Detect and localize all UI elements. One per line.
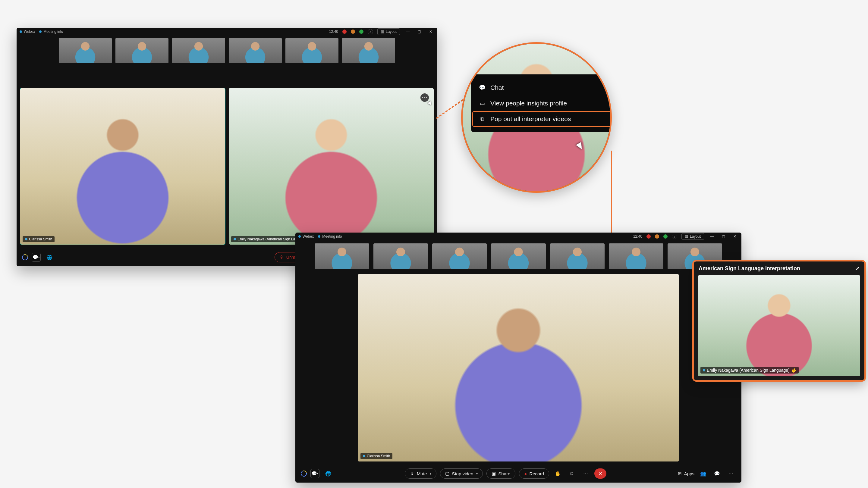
- layout-button[interactable]: ▦ Layout: [681, 233, 704, 240]
- ai-assistant-icon[interactable]: [300, 469, 308, 478]
- video-tile-clarissa-main[interactable]: Clarissa Smith: [358, 274, 679, 461]
- search-icon[interactable]: ⌕: [368, 29, 373, 34]
- more-options-button-zoom[interactable]: ● ● ●: [589, 56, 600, 68]
- title-bar: Webex Meeting info 12:40 ⌕ ▦ Layout — ▢ …: [17, 28, 437, 36]
- zoom-detail-circle: ● ● ● 💬 Chat ▭ View people insights prof…: [461, 42, 612, 193]
- panel-chat-button[interactable]: 💬: [712, 468, 722, 479]
- window-minimize[interactable]: —: [404, 29, 411, 34]
- chevron-down-icon[interactable]: ▾: [476, 472, 478, 475]
- camera-icon: ▢: [445, 471, 450, 476]
- share-button[interactable]: ▣ Share: [487, 468, 516, 479]
- thumb-participant-1[interactable]: [315, 243, 369, 269]
- status-dot-green: [359, 30, 364, 34]
- meeting-info[interactable]: Meeting info: [39, 30, 63, 34]
- layout-button[interactable]: ▦ Layout: [377, 28, 400, 35]
- status-dot-red: [647, 234, 651, 238]
- thumb-participant-5[interactable]: [550, 243, 604, 269]
- meeting-info-label: Meeting info: [43, 30, 63, 34]
- meeting-toolbar: 💬▾ 🌐 🎙 Mute ▾ ▢ Stop video ▾ ▣ Share ● R…: [296, 464, 741, 483]
- window-maximize[interactable]: ▢: [415, 29, 423, 34]
- interpreter-popout-window: American Sign Language Interpretation ⤢ …: [694, 261, 864, 380]
- layout-grid-icon: ▦: [685, 234, 688, 238]
- layout-grid-icon: ▦: [381, 30, 384, 34]
- mic-icon: 🎙: [410, 471, 414, 476]
- ai-assistant-icon[interactable]: [21, 253, 29, 261]
- clock: 12:40: [329, 30, 338, 34]
- meeting-info[interactable]: Meeting info: [318, 234, 342, 238]
- video-tile-emily[interactable]: ••• Emily Nakagawa (American Sign Langua…: [229, 88, 434, 245]
- more-button[interactable]: ⋯: [581, 468, 591, 479]
- webex-window-before: Webex Meeting info 12:40 ⌕ ▦ Layout — ▢ …: [17, 28, 437, 266]
- stop-video-button[interactable]: ▢ Stop video ▾: [440, 468, 483, 479]
- title-bar: Webex Meeting info 12:40 ⌕ ▦ Layout — ▢ …: [296, 233, 741, 240]
- chevron-down-icon[interactable]: ▾: [430, 472, 431, 475]
- app-name: Webex: [303, 234, 314, 238]
- meeting-info-label: Meeting info: [322, 234, 342, 238]
- mic-icon: [234, 238, 236, 240]
- window-close[interactable]: ✕: [731, 234, 738, 239]
- globe-icon[interactable]: 🌐: [323, 468, 333, 479]
- status-dot-red: [342, 30, 347, 34]
- mute-button[interactable]: 🎙 Mute ▾: [405, 468, 436, 479]
- thumb-participant-4[interactable]: [229, 38, 282, 63]
- name-label-clarissa: Clarissa Smith: [361, 453, 393, 459]
- participant-filmstrip: [296, 240, 741, 272]
- chat-icon: 💬: [479, 84, 486, 91]
- thumb-participant-6[interactable]: [609, 243, 663, 269]
- thumb-participant-2[interactable]: [116, 38, 168, 63]
- raise-hand-button[interactable]: ✋: [553, 468, 563, 479]
- interpreter-icon: 🤟: [791, 368, 796, 372]
- clock: 12:40: [633, 234, 642, 238]
- search-icon[interactable]: ⌕: [672, 234, 677, 239]
- app-brand: Webex: [20, 30, 35, 34]
- mic-icon: [363, 455, 365, 457]
- mic-icon: [703, 369, 705, 371]
- chat-button[interactable]: 💬▾: [310, 469, 319, 478]
- status-dot-orange: [655, 234, 659, 238]
- info-icon: [39, 30, 41, 33]
- window-maximize[interactable]: ▢: [720, 234, 727, 239]
- webex-icon: [20, 30, 22, 33]
- video-tile-emily-popout[interactable]: Emily Nakagawa (American Sign Language) …: [698, 275, 860, 376]
- share-icon: ▣: [492, 471, 496, 476]
- mic-icon: [25, 238, 27, 240]
- menu-item-chat[interactable]: 💬 Chat: [471, 80, 612, 96]
- menu-item-popout-interpreter[interactable]: ⧉ Pop out all interpreter videos: [472, 111, 612, 127]
- main-video-grid: Clarissa Smith ••• Emily Nakagawa (Ameri…: [17, 66, 437, 248]
- reactions-button[interactable]: ☺: [567, 468, 577, 479]
- popout-icon: ⧉: [479, 116, 486, 122]
- expand-icon[interactable]: ⤢: [855, 265, 860, 272]
- participant-filmstrip: [17, 36, 437, 66]
- thumb-participant-1[interactable]: [59, 38, 112, 63]
- video-tile-clarissa[interactable]: Clarissa Smith: [20, 88, 225, 245]
- popout-title: American Sign Language Interpretation: [699, 265, 800, 272]
- window-close[interactable]: ✕: [427, 29, 434, 34]
- layout-label: Layout: [690, 234, 701, 238]
- cursor-icon: [428, 101, 433, 106]
- thumb-participant-3[interactable]: [172, 38, 225, 63]
- globe-icon[interactable]: 🌐: [44, 252, 55, 262]
- window-minimize[interactable]: —: [708, 234, 715, 239]
- chat-button[interactable]: 💬▾: [32, 253, 41, 262]
- name-label-clarissa: Clarissa Smith: [23, 236, 55, 242]
- connector-dashed: [436, 99, 464, 119]
- thumb-participant-3[interactable]: [432, 243, 487, 269]
- apps-icon: ⊞: [678, 471, 682, 476]
- thumb-participant-6[interactable]: [342, 38, 395, 63]
- record-button[interactable]: ● Record: [519, 468, 549, 479]
- record-icon: ●: [524, 471, 527, 476]
- menu-item-insights[interactable]: ▭ View people insights profile: [471, 96, 612, 111]
- participants-button[interactable]: 👥: [698, 468, 708, 479]
- panel-more-button[interactable]: ⋯: [726, 468, 736, 479]
- name-label-emily: Emily Nakagawa (American Sign Language) …: [701, 367, 799, 373]
- end-meeting-button[interactable]: ✕: [594, 468, 607, 479]
- thumb-participant-4[interactable]: [491, 243, 546, 269]
- mic-off-icon: 🎙: [280, 255, 284, 260]
- apps-button[interactable]: ⊞ Apps: [678, 471, 694, 476]
- thumb-participant-5[interactable]: [285, 38, 338, 63]
- status-dot-orange: [351, 30, 355, 34]
- info-icon: [318, 235, 320, 238]
- app-name: Webex: [24, 30, 35, 34]
- thumb-participant-2[interactable]: [373, 243, 428, 269]
- more-options-button[interactable]: •••: [421, 93, 429, 102]
